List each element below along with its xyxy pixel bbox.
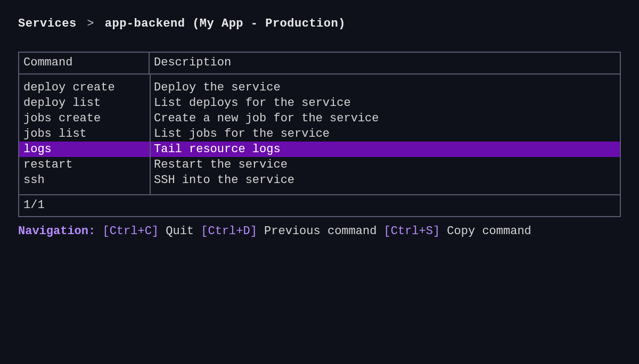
navigation-help: Navigation: [Ctrl+C] Quit [Ctrl+D] Previ… xyxy=(18,225,621,238)
command-cell: deploy list xyxy=(19,95,150,111)
command-table: Command Description deploy createDeploy … xyxy=(18,52,621,217)
column-divider xyxy=(150,75,151,194)
table-row[interactable]: logsTail resource logs xyxy=(19,142,620,157)
nav-key: [Ctrl+D] xyxy=(194,225,257,238)
table-row[interactable]: jobs listList jobs for the service xyxy=(19,126,620,142)
description-cell: Create a new job for the service xyxy=(150,111,620,126)
command-cell: deploy create xyxy=(19,80,150,95)
nav-action: Quit xyxy=(159,225,194,238)
header-command: Command xyxy=(19,53,150,73)
description-cell: SSH into the service xyxy=(150,172,620,188)
table-body: deploy createDeploy the servicedeploy li… xyxy=(19,75,620,195)
table-row[interactable]: sshSSH into the service xyxy=(19,172,620,188)
navigation-label: Navigation: xyxy=(18,225,95,238)
command-cell: restart xyxy=(19,157,150,172)
description-cell: Restart the service xyxy=(150,157,620,172)
command-cell: jobs list xyxy=(19,126,150,142)
description-cell: List deploys for the service xyxy=(150,95,620,111)
command-cell: jobs create xyxy=(19,111,150,126)
breadcrumb-root: Services xyxy=(18,17,77,30)
table-row[interactable]: deploy listList deploys for the service xyxy=(19,95,620,111)
table-row[interactable]: deploy createDeploy the service xyxy=(19,80,620,95)
table-pagination: 1/1 xyxy=(19,195,620,216)
command-cell: ssh xyxy=(19,172,150,188)
breadcrumb: Services > app-backend (My App - Product… xyxy=(18,17,621,30)
header-description: Description xyxy=(150,53,620,73)
breadcrumb-current: app-backend (My App - Production) xyxy=(105,17,346,30)
description-cell: Deploy the service xyxy=(150,80,620,95)
description-cell: Tail resource logs xyxy=(150,142,620,157)
nav-action: Copy command xyxy=(440,225,531,238)
nav-key: [Ctrl+S] xyxy=(376,225,440,238)
breadcrumb-separator: > xyxy=(87,17,94,30)
table-header-row: Command Description xyxy=(19,53,620,75)
nav-key: [Ctrl+C] xyxy=(102,225,159,238)
table-row[interactable]: jobs createCreate a new job for the serv… xyxy=(19,111,620,126)
table-row[interactable]: restartRestart the service xyxy=(19,157,620,172)
command-cell: logs xyxy=(19,142,150,157)
nav-action: Previous command xyxy=(257,225,376,238)
description-cell: List jobs for the service xyxy=(150,126,620,142)
